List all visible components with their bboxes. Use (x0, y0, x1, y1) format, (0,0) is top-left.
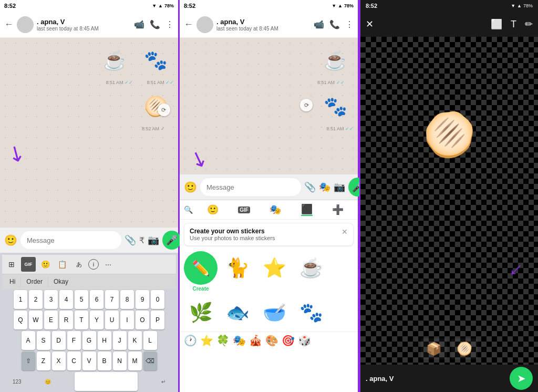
emoji-icon-1[interactable]: 🙂 (4, 234, 17, 246)
sticker-item-7[interactable]: 🐾 (294, 296, 328, 329)
more-icon-2[interactable]: ⋮ (345, 19, 354, 29)
tab-custom[interactable]: ⬛ (301, 203, 313, 216)
toolbar-sticker-icon[interactable]: ⊞ (4, 257, 19, 272)
key-h[interactable]: H (98, 331, 111, 350)
key-1[interactable]: 1 (14, 290, 27, 309)
pack-icon-7[interactable]: 🎯 (282, 334, 295, 347)
search-icon-sticker[interactable]: 🔍 (184, 205, 193, 214)
key-d[interactable]: D (52, 331, 66, 350)
video-icon-2[interactable]: 📹 (314, 19, 324, 29)
emoji-icon-2[interactable]: 🙂 (184, 181, 197, 193)
sticker-icon-2[interactable]: 🎭 (319, 181, 330, 193)
key-4[interactable]: 4 (59, 290, 73, 309)
sticker-item-5[interactable]: 🐟 (221, 296, 254, 329)
key-p[interactable]: P (151, 311, 164, 329)
mic-button-1[interactable]: 🎤 (162, 231, 181, 250)
sticker-item-1[interactable]: 🐈 (221, 251, 254, 285)
sticker-item-6[interactable]: 🥣 (257, 296, 291, 329)
key-o[interactable]: O (136, 311, 149, 329)
rupee-icon-1[interactable]: ₹ (139, 235, 144, 245)
key-2[interactable]: 2 (29, 290, 43, 309)
send-button-dark[interactable]: ➤ (510, 367, 533, 390)
key-c[interactable]: C (67, 352, 81, 370)
key-u[interactable]: U (105, 311, 119, 329)
sticker-item-4[interactable]: 🌿 (184, 296, 218, 329)
small-sticker-2[interactable]: 🫓 (451, 338, 478, 359)
tab-gif[interactable]: GIF (238, 207, 250, 213)
key-x[interactable]: X (52, 352, 66, 370)
key-v[interactable]: V (82, 352, 96, 370)
toolbar-lang-icon[interactable]: あ (71, 257, 86, 272)
key-7[interactable]: 7 (105, 290, 119, 309)
tab-sticker[interactable]: 🎭 (270, 204, 281, 215)
emoji-key[interactable]: 😊 (45, 379, 51, 385)
pack-icon-5[interactable]: 🎪 (249, 334, 262, 347)
pack-icon-6[interactable]: 🎨 (265, 334, 278, 347)
key-0[interactable]: 0 (151, 290, 164, 309)
message-input-1[interactable] (20, 231, 121, 249)
sticker-item-2[interactable]: ⭐ (257, 251, 291, 285)
call-icon-2[interactable]: 📞 (329, 19, 340, 29)
pack-icon-1[interactable]: 🕐 (184, 334, 197, 347)
key-b[interactable]: B (98, 352, 111, 370)
create-banner-close[interactable]: ✕ (342, 228, 348, 236)
tab-add[interactable]: ➕ (332, 204, 344, 215)
key-g[interactable]: G (82, 331, 96, 350)
editor-close-icon[interactable]: ✕ (366, 18, 374, 30)
text-tool[interactable]: T (511, 19, 516, 30)
back-icon-2[interactable]: ← (184, 19, 193, 30)
space-key[interactable] (75, 372, 138, 391)
more-icon[interactable]: ⋮ (165, 19, 174, 29)
key-9[interactable]: 9 (136, 290, 149, 309)
draw-tool[interactable]: ✏ (525, 18, 533, 30)
enter-key[interactable]: ↵ (161, 379, 165, 385)
sticker-frame-tool[interactable]: ⬜ (491, 18, 502, 30)
create-sticker-button[interactable]: ✏️ (184, 251, 218, 285)
attach-icon-2[interactable]: 📎 (304, 181, 316, 193)
attach-icon-1[interactable]: 📎 (125, 234, 136, 246)
key-i[interactable]: I (120, 311, 134, 329)
camera-icon-2[interactable]: 📷 (334, 181, 345, 193)
key-j[interactable]: J (113, 331, 127, 350)
toolbar-emoji-icon[interactable]: 🙂 (38, 257, 53, 272)
forward-btn-2[interactable]: ⟳ (300, 99, 313, 111)
key-m[interactable]: M (128, 352, 142, 370)
key-5[interactable]: 5 (75, 290, 88, 309)
message-input-2[interactable] (200, 178, 301, 196)
suggestion-hi[interactable]: Hi (5, 276, 19, 287)
suggestion-okay[interactable]: Okay (49, 276, 73, 287)
key-e[interactable]: E (44, 311, 58, 329)
toolbar-more-icon[interactable]: ··· (101, 257, 116, 272)
camera-icon-1[interactable]: 📷 (148, 234, 159, 246)
key-z[interactable]: Z (37, 352, 50, 370)
forward-btn-1[interactable]: ⟳ (158, 104, 170, 116)
toolbar-gif-icon[interactable]: GIF (21, 257, 36, 272)
toolbar-info-icon[interactable]: i (88, 259, 99, 270)
key-f[interactable]: F (67, 331, 81, 350)
pack-icon-4[interactable]: 🎭 (233, 334, 246, 347)
pack-icon-3[interactable]: 🍀 (216, 334, 230, 347)
key-s[interactable]: S (37, 331, 50, 350)
suggestion-order[interactable]: Order (22, 276, 47, 287)
key-k[interactable]: K (128, 331, 142, 350)
key-t[interactable]: T (75, 311, 88, 329)
key-delete[interactable]: ⌫ (143, 352, 157, 370)
key-a[interactable]: A (22, 331, 35, 350)
key-l[interactable]: L (143, 331, 157, 350)
sticker-item-3[interactable]: ☕ (294, 251, 328, 285)
key-q[interactable]: Q (14, 311, 27, 329)
key-n[interactable]: N (113, 352, 127, 370)
key-shift[interactable]: ⇧ (22, 352, 35, 370)
pack-icon-8[interactable]: 🎲 (298, 334, 311, 347)
pack-icon-2[interactable]: ⭐ (200, 334, 213, 347)
key-8[interactable]: 8 (120, 290, 134, 309)
num-mode-key[interactable]: 123 (13, 379, 22, 385)
small-sticker-1[interactable]: 📦 (421, 338, 447, 359)
back-icon[interactable]: ← (4, 19, 14, 30)
key-w[interactable]: W (29, 311, 43, 329)
key-3[interactable]: 3 (44, 290, 58, 309)
call-icon[interactable]: 📞 (150, 19, 160, 29)
tab-emoji[interactable]: 🙂 (207, 204, 219, 215)
key-y[interactable]: Y (90, 311, 104, 329)
video-icon[interactable]: 📹 (134, 19, 144, 29)
